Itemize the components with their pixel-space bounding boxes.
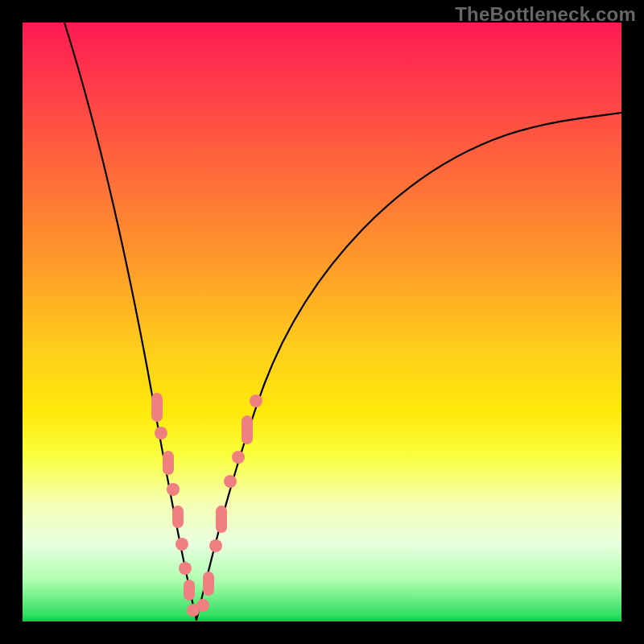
marker-right-1 xyxy=(196,599,209,612)
left-branch-curve xyxy=(64,23,196,620)
markers-right xyxy=(196,394,262,612)
marker-left-5 xyxy=(172,506,184,528)
chart-frame: TheBottleneck.com xyxy=(0,0,644,644)
marker-right-8 xyxy=(250,394,262,407)
marker-left-6 xyxy=(175,538,188,551)
marker-right-4 xyxy=(216,506,227,533)
marker-left-8 xyxy=(184,580,195,601)
marker-left-3 xyxy=(163,451,174,475)
marker-left-1 xyxy=(151,393,163,422)
marker-right-3 xyxy=(209,539,222,552)
marker-right-5 xyxy=(224,475,237,488)
plot-area xyxy=(23,23,621,621)
right-branch-curve xyxy=(196,113,621,620)
marker-right-6 xyxy=(232,451,245,464)
marker-right-2 xyxy=(203,572,214,596)
marker-left-7 xyxy=(179,562,192,575)
curve-layer xyxy=(23,23,621,621)
marker-right-7 xyxy=(242,415,253,444)
marker-left-4 xyxy=(167,483,180,496)
marker-left-2 xyxy=(155,427,167,440)
